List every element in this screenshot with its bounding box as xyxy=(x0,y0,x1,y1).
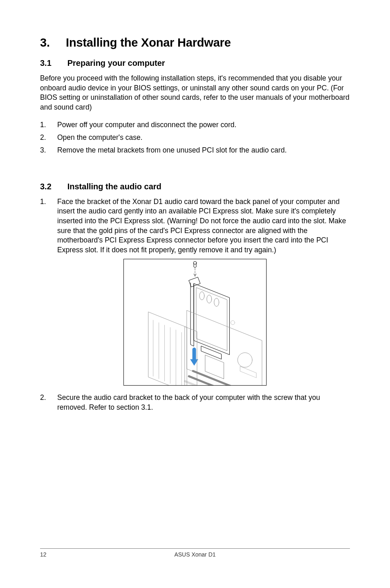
section-title: Preparing your computer xyxy=(67,58,165,67)
step-text: Remove the metal brackets from one unuse… xyxy=(57,145,287,155)
list-item: 1.Power off your computer and disconnect… xyxy=(40,120,350,130)
svg-point-3 xyxy=(214,298,219,307)
step-number: 2. xyxy=(40,132,57,143)
section-heading-3-1: 3.1 Preparing your computer xyxy=(40,58,350,68)
install-card-diagram xyxy=(123,259,267,386)
chapter-heading: 3. Installing the Xonar Hardware xyxy=(40,36,350,49)
page-footer: 12 ASUS Xonar D1 xyxy=(40,548,350,558)
step-text: Face the bracket of the Xonar D1 audio c… xyxy=(57,197,350,255)
step-number: 3. xyxy=(40,145,57,155)
svg-rect-7 xyxy=(240,366,256,378)
install-diagram-container xyxy=(40,259,350,387)
footer-product: ASUS Xonar D1 xyxy=(40,551,350,558)
svg-point-6 xyxy=(238,353,252,368)
step-text: Power off your computer and disconnect t… xyxy=(57,120,236,130)
section-title: Installing the audio card xyxy=(67,182,161,191)
list-item: 2.Open the computer's case. xyxy=(40,132,350,143)
step-number: 1. xyxy=(40,120,57,130)
svg-point-2 xyxy=(207,295,212,303)
chapter-title: Installing the Xonar Hardware xyxy=(66,36,231,49)
section-3-2-steps: 1.Face the bracket of the Xonar D1 audio… xyxy=(40,197,350,255)
step-number: 2. xyxy=(40,393,57,412)
section-heading-3-2: 3.2 Installing the audio card xyxy=(40,182,350,191)
section-number: 3.1 xyxy=(40,58,52,67)
step-number: 1. xyxy=(40,197,57,255)
list-item: 3.Remove the metal brackets from one unu… xyxy=(40,145,350,155)
section-number: 3.2 xyxy=(40,182,52,191)
list-item: 2.Secure the audio card bracket to the b… xyxy=(40,393,350,412)
section-3-1-steps: 1.Power off your computer and disconnect… xyxy=(40,120,350,156)
svg-point-8 xyxy=(231,321,235,325)
chapter-number: 3. xyxy=(40,36,50,49)
step-text: Open the computer's case. xyxy=(57,132,143,143)
step-text: Secure the audio card bracket to the bac… xyxy=(57,393,350,412)
section-3-2-steps-cont: 2.Secure the audio card bracket to the b… xyxy=(40,393,350,412)
svg-rect-4 xyxy=(205,355,224,379)
section-3-1-intro: Before you proceed with the following in… xyxy=(40,74,350,112)
list-item: 1.Face the bracket of the Xonar D1 audio… xyxy=(40,197,350,255)
svg-point-1 xyxy=(199,292,204,300)
